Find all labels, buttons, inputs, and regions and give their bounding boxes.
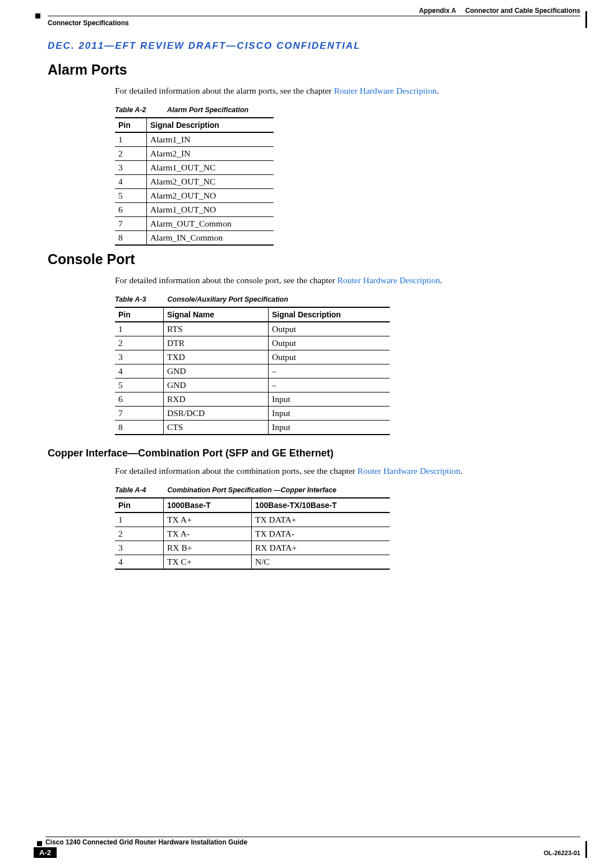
table-title: Console/Auxiliary Port Specification: [167, 296, 288, 303]
heading-alarm-ports: Alarm Ports: [48, 62, 580, 78]
cell-pin: 4: [115, 175, 147, 189]
cell-pin: 1: [115, 513, 164, 527]
cell-c2: TX DATA+: [252, 513, 390, 527]
table-row: 8Alarm_IN_Common: [115, 231, 274, 246]
link-router-hardware-description[interactable]: Router Hardware Description: [358, 466, 460, 475]
col-pin: Pin: [115, 307, 164, 322]
intro-console-port: For detailed information about the conso…: [115, 275, 580, 285]
appendix-label: Appendix A: [419, 7, 456, 15]
header-ornament-vline: [585, 11, 587, 28]
table-row: 3TXDOutput: [115, 350, 390, 364]
cell-desc: Alarm2_OUT_NC: [147, 175, 274, 189]
table-row: 8CTSInput: [115, 421, 390, 435]
cell-desc: Input: [269, 393, 390, 407]
col-1000base-t: 1000Base-T: [164, 498, 252, 513]
cell-c1: TX A+: [164, 513, 252, 527]
page-number: A-2: [34, 847, 57, 858]
cell-pin: 2: [115, 527, 164, 541]
cell-desc: –: [269, 378, 390, 393]
col-signal-description: Signal Description: [269, 307, 390, 322]
table-row: 7DSR/DCDInput: [115, 407, 390, 421]
table-console-port-spec: Pin Signal Name Signal Description 1RTSO…: [115, 307, 390, 435]
table-row: 3RX B+RX DATA+: [115, 541, 390, 555]
intro-text: For detailed information about the combi…: [115, 466, 358, 475]
table-alarm-port-spec: Pin Signal Description 1Alarm1_IN 2Alarm…: [115, 117, 274, 246]
table-row: 1RTSOutput: [115, 322, 390, 336]
table-row: 5GND–: [115, 378, 390, 393]
table-row: 2Alarm2_IN: [115, 147, 274, 161]
page-header: Appendix A Connector and Cable Specifica…: [48, 11, 580, 26]
link-router-hardware-description[interactable]: Router Hardware Description: [337, 275, 440, 285]
cell-desc: Input: [269, 421, 390, 435]
table-caption-a4: Table A-4 Combination Port Specification…: [115, 486, 580, 494]
cell-pin: 2: [115, 336, 164, 350]
cell-c1: RX B+: [164, 541, 252, 555]
cell-name: DSR/DCD: [164, 407, 269, 421]
cell-c1: TX A-: [164, 527, 252, 541]
cell-pin: 7: [115, 217, 147, 231]
cell-desc: Output: [269, 322, 390, 336]
cell-name: CTS: [164, 421, 269, 435]
cell-pin: 3: [115, 541, 164, 555]
book-title: Cisco 1240 Connected Grid Router Hardwar…: [45, 838, 580, 846]
table-row: 6RXDInput: [115, 393, 390, 407]
cell-pin: 4: [115, 364, 164, 378]
cell-desc: Alarm1_OUT_NO: [147, 203, 274, 217]
cell-desc: Alarm1_IN: [147, 132, 274, 147]
cell-desc: Alarm_IN_Common: [147, 231, 274, 246]
col-100base-tx: 100Base-TX/10Base-T: [252, 498, 390, 513]
cell-name: GND: [164, 378, 269, 393]
intro-text: For detailed information about the alarm…: [115, 86, 334, 95]
cell-desc: Input: [269, 407, 390, 421]
cell-desc: Alarm2_OUT_NO: [147, 189, 274, 203]
table-title: Alarm Port Specification: [167, 106, 248, 114]
cell-pin: 1: [115, 322, 164, 336]
footer-ornament-box: [37, 841, 42, 846]
table-combination-port-spec: Pin 1000Base-T 100Base-TX/10Base-T 1TX A…: [115, 497, 390, 570]
confidential-banner: DEC. 2011—EFT REVIEW DRAFT—CISCO CONFIDE…: [48, 40, 580, 52]
section-label: Connector Specifications: [48, 19, 132, 27]
cell-desc: Output: [269, 336, 390, 350]
table-row: 3Alarm1_OUT_NC: [115, 161, 274, 175]
table-label: Table A-4: [115, 486, 165, 494]
cell-name: RXD: [164, 393, 269, 407]
cell-pin: 5: [115, 189, 147, 203]
cell-desc: Alarm2_IN: [147, 147, 274, 161]
doc-id: OL-26223-01: [544, 849, 580, 856]
page-footer: Cisco 1240 Connected Grid Router Hardwar…: [34, 837, 580, 858]
cell-pin: 7: [115, 407, 164, 421]
table-label: Table A-2: [115, 106, 165, 114]
cell-desc: Alarm1_OUT_NC: [147, 161, 274, 175]
cell-pin: 3: [115, 350, 164, 364]
intro-copper-interface: For detailed information about the combi…: [115, 466, 580, 476]
col-pin: Pin: [115, 118, 147, 132]
footer-ornament-vline: [585, 841, 587, 858]
table-row: 7Alarm_OUT_Common: [115, 217, 274, 231]
cell-pin: 8: [115, 421, 164, 435]
table-row: 2TX A-TX DATA-: [115, 527, 390, 541]
table-caption-a3: Table A-3 Console/Auxiliary Port Specifi…: [115, 296, 580, 303]
table-row: 4Alarm2_OUT_NC: [115, 175, 274, 189]
heading-copper-interface: Copper Interface—Combination Port (SFP a…: [48, 447, 580, 459]
cell-name: RTS: [164, 322, 269, 336]
table-row: 1TX A+TX DATA+: [115, 513, 390, 527]
link-router-hardware-description[interactable]: Router Hardware Description: [334, 86, 436, 95]
table-label: Table A-3: [115, 296, 165, 303]
heading-console-port: Console Port: [48, 251, 580, 267]
intro-text-suffix: .: [440, 275, 442, 285]
intro-text-suffix: .: [460, 466, 463, 475]
intro-text-suffix: .: [437, 86, 439, 95]
table-row: 4TX C+N/C: [115, 555, 390, 570]
chapter-title: Connector and Cable Specifications: [465, 7, 580, 15]
cell-name: DTR: [164, 336, 269, 350]
table-row: 1Alarm1_IN: [115, 132, 274, 147]
table-row: 6Alarm1_OUT_NO: [115, 203, 274, 217]
cell-pin: 8: [115, 231, 147, 246]
cell-c2: TX DATA-: [252, 527, 390, 541]
col-signal-description: Signal Description: [147, 118, 274, 132]
cell-pin: 5: [115, 378, 164, 393]
cell-pin: 4: [115, 555, 164, 570]
col-pin: Pin: [115, 498, 164, 513]
cell-name: TXD: [164, 350, 269, 364]
col-signal-name: Signal Name: [164, 307, 269, 322]
